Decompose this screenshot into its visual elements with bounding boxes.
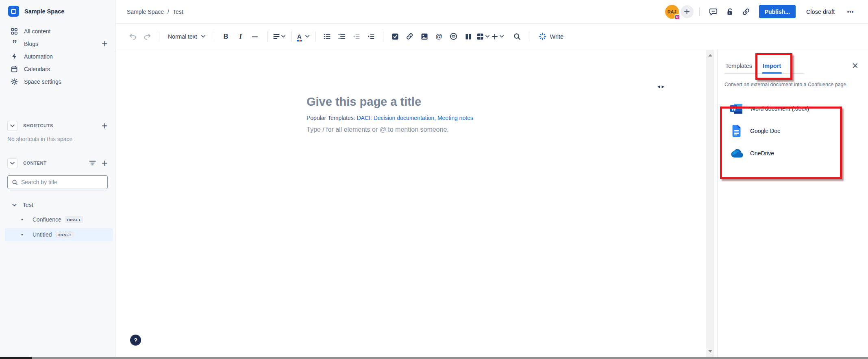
tree-item-confluence[interactable]: • Confluence DRAFT — [5, 213, 113, 226]
image-icon[interactable] — [418, 30, 431, 43]
mention-icon[interactable]: @ — [433, 30, 446, 43]
unlock-icon[interactable] — [723, 5, 737, 18]
sidebar-item-space-settings[interactable]: Space settings — [0, 75, 115, 88]
tree-item-untitled[interactable]: • Untitled DRAFT — [5, 228, 113, 241]
chevron-down-icon — [281, 35, 285, 38]
text-color-dropdown[interactable]: A — [297, 30, 310, 43]
import-option-label: Word document (.docx) — [750, 105, 809, 112]
space-header[interactable]: Sample Space — [0, 0, 115, 22]
collapse-shortcuts-chevron-icon[interactable] — [7, 121, 17, 131]
undo-icon[interactable] — [126, 30, 139, 43]
numbered-list-icon[interactable] — [335, 30, 348, 43]
draft-badge: DRAFT — [65, 216, 83, 223]
task-list-icon[interactable] — [389, 30, 402, 43]
outdent-icon[interactable] — [350, 30, 363, 43]
editor-body-placeholder[interactable]: Type / for all elements or @ to mention … — [307, 126, 449, 133]
chevron-down-icon — [201, 35, 205, 38]
add-collaborator-button[interactable] — [681, 5, 694, 18]
add-shortcut-icon[interactable] — [102, 123, 108, 129]
link-icon[interactable] — [403, 30, 416, 43]
tree-item-test[interactable]: Test — [0, 199, 115, 211]
layouts-icon[interactable] — [462, 30, 475, 43]
shortcuts-header: SHORTCUTS — [0, 120, 115, 132]
bullet-list-icon[interactable] — [321, 30, 334, 43]
sidebar: Sample Space All content ” Blogs Auto — [0, 0, 115, 357]
avatar-role-badge: R — [674, 14, 680, 20]
nav-label: All content — [24, 28, 50, 35]
tab-import[interactable]: Import — [762, 63, 782, 73]
chevron-down-icon — [500, 35, 504, 38]
add-content-icon[interactable] — [102, 160, 108, 166]
comment-icon[interactable] — [707, 5, 720, 18]
sidebar-item-calendars[interactable]: Calendars — [0, 63, 115, 75]
breadcrumb-space[interactable]: Sample Space — [127, 9, 164, 15]
align-left-icon — [273, 34, 280, 39]
grid-icon — [10, 28, 18, 35]
templates-import-panel: × Templates Import Convert an external d… — [717, 50, 868, 357]
page-title-placeholder[interactable]: Give this page a title — [307, 95, 421, 109]
shortcuts-label: SHORTCUTS — [23, 123, 53, 128]
publish-button[interactable]: Publish... — [759, 5, 796, 18]
insert-dropdown[interactable] — [491, 30, 504, 43]
bullet-icon: • — [21, 232, 27, 238]
google-doc-icon — [729, 125, 743, 137]
import-description: Convert an external document into a Conf… — [724, 81, 846, 89]
topbar: Sample Space / Test RAJ R Publish... Clo… — [115, 0, 868, 24]
space-name: Sample Space — [24, 8, 64, 15]
redo-icon[interactable] — [141, 30, 154, 43]
close-draft-button[interactable]: Close draft — [801, 5, 840, 18]
collapse-content-chevron-icon[interactable] — [7, 158, 17, 168]
editor-canvas[interactable]: Give this page a title Popular Templates… — [115, 50, 706, 357]
import-option-word[interactable]: W Word document (.docx) — [724, 98, 858, 120]
sidebar-item-automation[interactable]: Automation — [0, 50, 115, 63]
ai-sparkle-icon — [539, 33, 546, 40]
search-input[interactable] — [21, 179, 103, 185]
scroll-up-icon[interactable] — [706, 52, 714, 59]
quote-icon: ” — [10, 42, 18, 46]
add-blog-icon[interactable] — [102, 41, 108, 47]
avatar[interactable]: RAJ R — [665, 5, 679, 19]
template-link-meeting-notes[interactable]: Meeting notes — [437, 115, 473, 121]
sidebar-item-blogs[interactable]: ” Blogs — [0, 37, 115, 50]
filter-icon[interactable] — [89, 160, 96, 166]
scroll-down-icon[interactable] — [706, 348, 714, 355]
indent-icon[interactable] — [365, 30, 378, 43]
editor-toolbar: Normal text B I ••• A @ — [115, 24, 868, 49]
italic-icon[interactable]: I — [234, 30, 247, 43]
draft-badge: DRAFT — [55, 231, 73, 238]
tree-item-label: Confluence — [33, 216, 61, 223]
tree-item-label: Untitled — [33, 231, 52, 238]
bullet-icon: • — [21, 217, 27, 223]
sidebar-item-all-content[interactable]: All content — [0, 25, 115, 37]
shortcuts-empty-message: No shortcuts in this space — [0, 132, 115, 142]
svg-text:W: W — [731, 106, 736, 111]
more-formatting-icon[interactable]: ••• — [249, 30, 262, 43]
text-style-dropdown[interactable]: Normal text — [165, 30, 209, 43]
text-align-dropdown[interactable] — [273, 30, 286, 43]
import-option-label: Google Doc — [750, 128, 780, 134]
toggle-width-icon[interactable] — [656, 85, 666, 89]
table-icon — [476, 33, 484, 40]
copy-link-icon[interactable] — [739, 5, 753, 18]
onedrive-icon — [729, 149, 743, 158]
more-actions-icon[interactable]: ••• — [844, 5, 857, 18]
breadcrumb-page[interactable]: Test — [173, 9, 183, 15]
editor-scrollbar[interactable] — [706, 50, 714, 357]
tab-templates[interactable]: Templates — [724, 63, 753, 73]
find-replace-icon[interactable] — [511, 30, 524, 43]
emoji-icon[interactable] — [447, 30, 460, 43]
ai-write-button[interactable]: Write — [535, 30, 568, 43]
template-link-daci[interactable]: DACI: Decision documentation — [357, 115, 434, 121]
lightning-icon — [10, 53, 18, 60]
chevron-down-icon[interactable] — [12, 204, 17, 207]
content-header: CONTENT — [0, 157, 115, 169]
close-panel-icon[interactable]: × — [852, 61, 858, 70]
help-icon[interactable]: ? — [130, 335, 141, 346]
bold-icon[interactable]: B — [220, 30, 233, 43]
import-option-google-doc[interactable]: Google Doc — [724, 120, 858, 142]
table-dropdown[interactable] — [476, 30, 489, 43]
avatar-initials: RAJ — [668, 9, 677, 14]
chevron-down-icon — [485, 35, 489, 38]
content-tree: Test • Confluence DRAFT • Untitled DRAFT — [0, 199, 115, 241]
import-option-onedrive[interactable]: OneDrive — [724, 142, 858, 165]
